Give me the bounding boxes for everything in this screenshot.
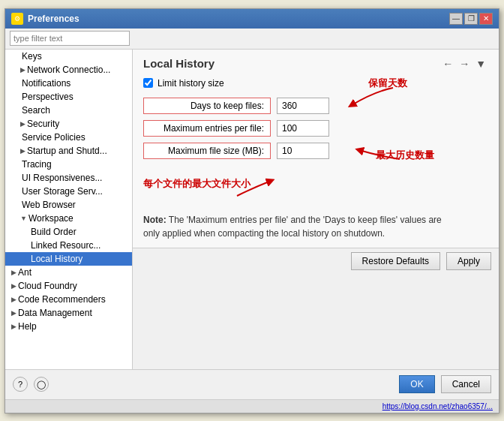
sidebar-item-security[interactable]: ▶ Security [5, 117, 132, 131]
limit-history-label: Limit history size [158, 78, 224, 89]
limit-history-checkbox[interactable] [143, 78, 153, 88]
sidebar-item-keys[interactable]: Keys [5, 50, 132, 63]
restore-defaults-button[interactable]: Restore Defaults [351, 252, 440, 270]
sidebar-label: Tracing [22, 159, 52, 170]
entries-input[interactable] [277, 120, 329, 137]
help-icon[interactable]: ? [13, 377, 28, 392]
content-header: Local History ← → ▼ [143, 57, 488, 71]
dialog-buttons: OK Cancel [399, 375, 491, 393]
annotation-area: 每个文件的最大文件大小 [143, 177, 488, 191]
content-area: Local History ← → ▼ Limit history size [133, 50, 499, 369]
footer-icons: ? ◯ [13, 377, 49, 392]
sidebar: Keys ▶ Network Connectio... Notification… [5, 50, 133, 369]
filesize-input[interactable] [277, 143, 329, 159]
sidebar-item-perspectives[interactable]: Perspectives [5, 90, 132, 104]
sidebar-item-cloud-foundry[interactable]: ▶ Cloud Foundry [5, 279, 132, 293]
sidebar-label: Service Policies [22, 132, 86, 143]
close-button[interactable]: ✕ [479, 13, 493, 25]
expand-icon: ▶ [20, 66, 26, 74]
expand-icon: ▼ [20, 215, 27, 222]
expand-icon: ▶ [11, 282, 16, 290]
sidebar-item-code-recommenders[interactable]: ▶ Code Recommenders [5, 293, 132, 306]
sidebar-item-tracing[interactable]: Tracing [5, 158, 132, 171]
title-buttons: — ❐ ✕ [449, 13, 493, 25]
sidebar-item-help[interactable]: ▶ Help [5, 320, 132, 333]
days-input[interactable] [277, 98, 329, 114]
bottom-bar: Restore Defaults Apply [133, 248, 499, 275]
filesize-row: Maximum file size (MB): [143, 143, 488, 159]
title-bar-left: ⚙ Preferences [11, 13, 80, 25]
sidebar-label: Workspace [28, 213, 74, 224]
preferences-dialog: ⚙ Preferences — ❐ ✕ Keys ▶ Network Conne… [4, 8, 500, 413]
form-with-annotations: Days to keep files: 保留天数 Maximum entries… [143, 98, 488, 191]
sidebar-label: UI Responsivenes... [22, 173, 102, 183]
sidebar-label: Code Recommenders [18, 294, 106, 305]
expand-icon: ▶ [20, 147, 26, 155]
expand-icon: ▶ [11, 269, 16, 276]
sidebar-label: User Storage Serv... [22, 186, 103, 197]
minimize-button[interactable]: — [449, 13, 463, 25]
entries-row: Maximum entries per file: 最大历史数量 [143, 120, 488, 137]
expand-icon: ▶ [20, 120, 26, 128]
note-label: Note: [143, 215, 166, 225]
sidebar-label: Linked Resourc... [31, 240, 100, 251]
dialog-footer: ? ◯ OK Cancel [5, 369, 499, 399]
sidebar-item-ant[interactable]: ▶ Ant [5, 266, 132, 279]
sidebar-label: Keys [22, 51, 42, 62]
sidebar-label: Data Management [18, 308, 92, 318]
footer-link[interactable]: https://blog.csdn.net/zhao6357/... [382, 402, 493, 410]
sidebar-item-linked-resources[interactable]: Linked Resourc... [5, 239, 132, 252]
sidebar-label: Perspectives [22, 92, 74, 102]
sidebar-item-data-management[interactable]: ▶ Data Management [5, 306, 132, 320]
info-icon[interactable]: ◯ [34, 377, 49, 392]
expand-icon: ▶ [11, 309, 16, 317]
sidebar-label: Ant [18, 267, 32, 278]
sidebar-label: Web Browser [22, 200, 76, 210]
ok-button[interactable]: OK [399, 375, 434, 393]
sidebar-label: Build Order [31, 227, 76, 237]
toolbar [5, 29, 499, 50]
expand-icon: ▶ [11, 323, 16, 330]
sidebar-item-service-policies[interactable]: Service Policies [5, 131, 132, 144]
sidebar-item-ui-responsiveness[interactable]: UI Responsivenes... [5, 171, 132, 185]
days-row: Days to keep files: 保留天数 [143, 98, 488, 114]
sidebar-item-startup[interactable]: ▶ Startup and Shutd... [5, 144, 132, 158]
sidebar-item-notifications[interactable]: Notifications [5, 77, 132, 90]
expand-icon: ▶ [11, 296, 16, 303]
sidebar-label: Search [22, 105, 50, 116]
dialog-title: Preferences [28, 14, 80, 24]
sidebar-item-workspace[interactable]: ▼ Workspace [5, 212, 132, 225]
arrow-max-history [346, 143, 406, 164]
filter-input[interactable] [10, 31, 130, 46]
arrow-file-size [233, 177, 278, 200]
sidebar-item-network[interactable]: ▶ Network Connectio... [5, 63, 132, 77]
sidebar-label: Local History [31, 254, 82, 264]
restore-button[interactable]: ❐ [464, 13, 478, 25]
sidebar-label: Network Connectio... [27, 65, 110, 75]
sidebar-item-web-browser[interactable]: Web Browser [5, 198, 132, 212]
annotation-max-file-size: 每个文件的最大文件大小 [143, 177, 488, 191]
sidebar-item-local-history[interactable]: Local History [5, 252, 132, 266]
sidebar-label: Startup and Shutd... [27, 146, 107, 156]
main-content: Keys ▶ Network Connectio... Notification… [5, 50, 499, 369]
filesize-label: Maximum file size (MB): [143, 143, 271, 159]
sidebar-item-build-order[interactable]: Build Order [5, 225, 132, 239]
cancel-button[interactable]: Cancel [441, 375, 491, 393]
nav-buttons: ← → ▼ [440, 57, 488, 71]
sidebar-label: Notifications [22, 78, 70, 89]
sidebar-item-user-storage[interactable]: User Storage Serv... [5, 185, 132, 198]
title-bar: ⚙ Preferences — ❐ ✕ [5, 9, 499, 29]
note-box: Note: The 'Maximum entries per file' and… [143, 213, 458, 240]
limit-history-row: Limit history size [143, 78, 488, 89]
forward-button[interactable]: → [457, 57, 472, 71]
sidebar-item-search[interactable]: Search [5, 104, 132, 117]
entries-label: Maximum entries per file: [143, 120, 271, 137]
preferences-icon: ⚙ [11, 13, 23, 25]
arrow-preserve-days [337, 84, 397, 110]
days-label: Days to keep files: [143, 98, 271, 114]
back-button[interactable]: ← [440, 57, 455, 71]
page-title: Local History [143, 57, 214, 70]
dropdown-button[interactable]: ▼ [473, 57, 488, 71]
sidebar-label: Security [27, 119, 59, 129]
apply-button[interactable]: Apply [446, 252, 491, 270]
